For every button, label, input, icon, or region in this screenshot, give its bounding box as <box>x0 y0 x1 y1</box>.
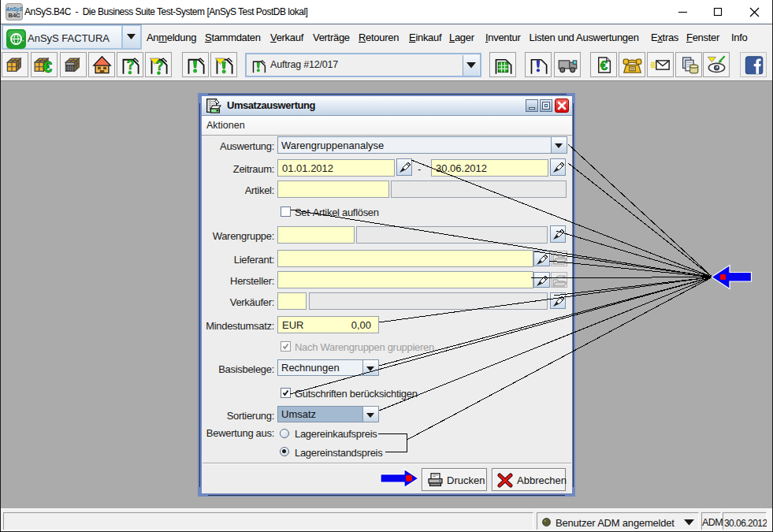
svg-text:€: € <box>600 58 608 73</box>
svg-text:?: ? <box>156 59 164 73</box>
svg-text:←: ← <box>9 36 16 43</box>
svg-text:→: → <box>18 36 24 43</box>
svg-text:€: € <box>43 58 52 76</box>
svg-text:B4C: B4C <box>8 12 20 19</box>
svg-text:?: ? <box>127 58 135 72</box>
